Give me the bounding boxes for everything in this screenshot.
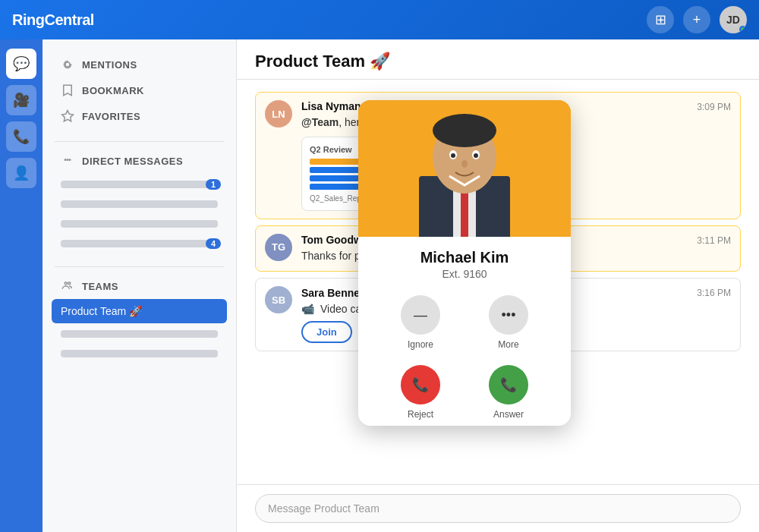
caller-info: Michael Kim Ext. 9160 xyxy=(358,237,571,286)
answer-button[interactable]: 📞 xyxy=(489,365,528,405)
team-product-label: Product Team 🚀 xyxy=(61,305,142,317)
app-logo: RingCentral xyxy=(12,11,94,29)
favorites-icon xyxy=(61,109,74,123)
answer-icon: 📞 xyxy=(500,376,517,393)
main-chat-area: Product Team 🚀 LN Lisa Nyman @Team, here… xyxy=(237,39,759,532)
team-placeholder-3 xyxy=(61,350,218,357)
caller-ext: Ext. 9160 xyxy=(373,268,556,280)
teams-label: TEAMS xyxy=(82,281,118,292)
video-icon-inline: 📹 xyxy=(301,303,314,315)
online-indicator xyxy=(739,26,746,33)
ignore-icon: — xyxy=(414,307,427,323)
svg-point-15 xyxy=(451,153,455,158)
icon-sidebar: 💬 🎥 📞 👤 xyxy=(0,39,43,532)
msg-sender-3: Sara Bennet xyxy=(301,287,364,299)
nav-top-section: MENTIONS BOOKMARK FAVORITES xyxy=(43,52,236,129)
more-label: More xyxy=(498,339,518,350)
dm-placeholder-4 xyxy=(61,240,218,247)
team-item-3[interactable] xyxy=(52,345,227,363)
avatar-lisa: LN xyxy=(265,100,292,127)
svg-point-16 xyxy=(474,153,478,158)
avatar-tom: TG xyxy=(265,234,292,261)
teams-icon xyxy=(61,279,74,293)
bookmark-label: BOOKMARK xyxy=(82,85,144,96)
nav-direct-messages[interactable]: DIRECT MESSAGES xyxy=(52,148,227,174)
mentions-label: MENTIONS xyxy=(82,59,137,71)
nav-teams[interactable]: TEAMS xyxy=(52,273,227,299)
dm-item-2[interactable] xyxy=(52,195,227,213)
dm-badge-4: 4 xyxy=(206,238,221,249)
msg-time-1: 3:09 PM xyxy=(697,102,731,112)
svg-marker-1 xyxy=(62,111,74,121)
header-actions: ⊞ + JD xyxy=(647,6,747,33)
mentions-icon xyxy=(61,58,74,71)
svg-point-12 xyxy=(433,114,496,147)
more-col: ••• More xyxy=(489,295,528,350)
message-input-bar: Message Product Team xyxy=(237,484,759,532)
svg-point-0 xyxy=(65,62,70,67)
join-button[interactable]: Join xyxy=(301,321,352,343)
nav-sidebar: MENTIONS BOOKMARK FAVORITES DIRECT MESSA… xyxy=(43,39,237,532)
reject-icon: 📞 xyxy=(412,376,429,393)
caller-photo xyxy=(358,100,571,237)
caller-image xyxy=(358,100,571,237)
phone-nav-icon[interactable]: 📞 xyxy=(6,121,36,152)
reject-label: Reject xyxy=(408,409,433,420)
svg-point-2 xyxy=(65,159,67,161)
dm-item-4[interactable]: 4 xyxy=(52,235,227,253)
call-actions: — Ignore ••• More xyxy=(358,286,571,356)
svg-point-3 xyxy=(67,159,69,161)
reject-col: 📞 Reject xyxy=(401,365,440,420)
answer-col: 📞 Answer xyxy=(489,365,528,420)
teams-section: TEAMS Product Team 🚀 xyxy=(43,273,236,364)
chat-nav-icon[interactable]: 💬 xyxy=(6,49,36,79)
dm-placeholder-2 xyxy=(61,200,218,208)
call-answer-actions: 📞 Reject 📞 Answer xyxy=(358,356,571,426)
more-button[interactable]: ••• xyxy=(489,295,528,335)
dm-placeholder-3 xyxy=(61,220,218,228)
team-item-product[interactable]: Product Team 🚀 xyxy=(52,299,227,323)
message-input[interactable]: Message Product Team xyxy=(255,494,741,523)
ignore-label: Ignore xyxy=(408,339,433,350)
dm-icon xyxy=(61,154,74,168)
svg-point-6 xyxy=(68,282,71,285)
caller-name: Michael Kim xyxy=(373,249,556,266)
dm-item-1[interactable]: 1 xyxy=(52,175,227,194)
ignore-col: — Ignore xyxy=(401,295,440,350)
grid-button[interactable]: ⊞ xyxy=(647,6,674,33)
dm-badge-1: 1 xyxy=(206,179,221,190)
app-body: 💬 🎥 📞 👤 MENTIONS BOOKMARK FAVORITES xyxy=(0,39,759,532)
answer-label: Answer xyxy=(493,409,524,420)
svg-point-4 xyxy=(69,159,71,161)
msg-time-3: 3:16 PM xyxy=(697,288,731,298)
reject-button[interactable]: 📞 xyxy=(401,365,440,405)
incoming-call-overlay: Michael Kim Ext. 9160 — Ignore ••• More xyxy=(358,100,571,426)
chat-header: Product Team 🚀 xyxy=(237,39,759,80)
nav-favorites[interactable]: FAVORITES xyxy=(52,103,227,129)
add-button[interactable]: + xyxy=(683,6,710,33)
chat-title: Product Team 🚀 xyxy=(255,52,741,71)
nav-mentions[interactable]: MENTIONS xyxy=(52,52,227,77)
video-nav-icon[interactable]: 🎥 xyxy=(6,85,36,115)
favorites-label: FAVORITES xyxy=(82,111,140,122)
nav-bookmark[interactable]: BOOKMARK xyxy=(52,77,227,103)
dm-label: DIRECT MESSAGES xyxy=(82,156,183,167)
bookmark-icon xyxy=(61,83,74,97)
nav-divider-1 xyxy=(55,141,224,142)
msg-time-2: 3:11 PM xyxy=(697,235,731,246)
contacts-nav-icon[interactable]: 👤 xyxy=(6,158,36,188)
svg-point-17 xyxy=(461,160,468,168)
team-item-2[interactable] xyxy=(52,325,227,343)
dm-item-3[interactable] xyxy=(52,215,227,233)
user-avatar[interactable]: JD xyxy=(720,6,747,33)
dm-placeholder xyxy=(61,181,218,188)
nav-dm-section: DIRECT MESSAGES 1 4 xyxy=(43,148,236,254)
svg-point-5 xyxy=(65,282,67,285)
app-header: RingCentral ⊞ + JD xyxy=(0,0,759,39)
nav-divider-2 xyxy=(55,266,224,267)
team-placeholder-2 xyxy=(61,330,218,338)
msg-sender-1: Lisa Nyman xyxy=(301,100,361,112)
ignore-button[interactable]: — xyxy=(401,295,440,335)
more-icon: ••• xyxy=(502,307,516,323)
avatar-sara: SB xyxy=(265,286,292,313)
